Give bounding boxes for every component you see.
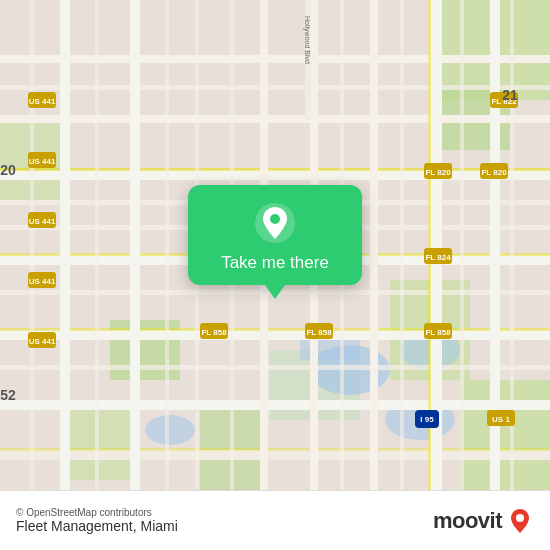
svg-text:US 441: US 441: [29, 337, 56, 346]
svg-rect-42: [165, 0, 169, 490]
svg-rect-26: [0, 85, 550, 90]
svg-text:US 441: US 441: [29, 97, 56, 106]
svg-text:20: 20: [0, 162, 16, 178]
location-title: Fleet Management, Miami: [16, 518, 178, 534]
svg-text:US 441: US 441: [29, 217, 56, 226]
svg-rect-7: [460, 380, 550, 490]
bottom-left-info: © OpenStreetMap contributors Fleet Manag…: [16, 507, 178, 534]
svg-rect-25: [0, 448, 550, 451]
svg-text:FL 858: FL 858: [425, 328, 451, 337]
svg-rect-15: [0, 55, 550, 63]
svg-rect-32: [130, 0, 140, 490]
svg-text:Hollywood Blvd: Hollywood Blvd: [303, 16, 311, 64]
svg-text:US 441: US 441: [29, 157, 56, 166]
svg-text:21: 21: [502, 87, 518, 103]
svg-rect-23: [0, 400, 550, 410]
moovit-logo-text: moovit: [433, 508, 502, 534]
svg-rect-40: [30, 0, 34, 490]
svg-rect-35: [370, 0, 378, 490]
svg-text:US 1: US 1: [492, 415, 510, 424]
svg-rect-12: [300, 340, 360, 360]
moovit-icon: [506, 507, 534, 535]
svg-text:US 441: US 441: [29, 277, 56, 286]
svg-rect-17: [0, 170, 550, 180]
svg-rect-31: [60, 0, 70, 490]
svg-rect-18: [0, 168, 550, 171]
svg-rect-41: [95, 0, 99, 490]
svg-rect-22: [0, 328, 550, 331]
svg-text:FL 820: FL 820: [425, 168, 451, 177]
svg-text:FL 820: FL 820: [481, 168, 507, 177]
svg-text:FL 858: FL 858: [201, 328, 227, 337]
svg-rect-16: [0, 115, 550, 123]
osm-credit: © OpenStreetMap contributors: [16, 507, 178, 518]
map-container: US 441 US 441 US 441 US 441 US 441 FL 82…: [0, 0, 550, 490]
svg-point-87: [516, 514, 524, 522]
svg-point-86: [270, 214, 280, 224]
svg-text:FL 824: FL 824: [425, 253, 451, 262]
take-me-there-card[interactable]: Take me there: [188, 185, 362, 285]
svg-rect-21: [0, 330, 550, 340]
svg-rect-47: [460, 0, 464, 490]
svg-rect-46: [400, 0, 404, 490]
svg-rect-30: [0, 365, 550, 370]
bottom-bar: © OpenStreetMap contributors Fleet Manag…: [0, 490, 550, 550]
svg-text:52: 52: [0, 387, 16, 403]
svg-rect-24: [0, 450, 550, 460]
svg-text:I 95: I 95: [420, 415, 434, 424]
card-label: Take me there: [221, 253, 329, 273]
svg-point-13: [145, 415, 195, 445]
moovit-logo: moovit: [433, 507, 534, 535]
map-pin-icon: [253, 201, 297, 245]
svg-text:FL 858: FL 858: [306, 328, 332, 337]
